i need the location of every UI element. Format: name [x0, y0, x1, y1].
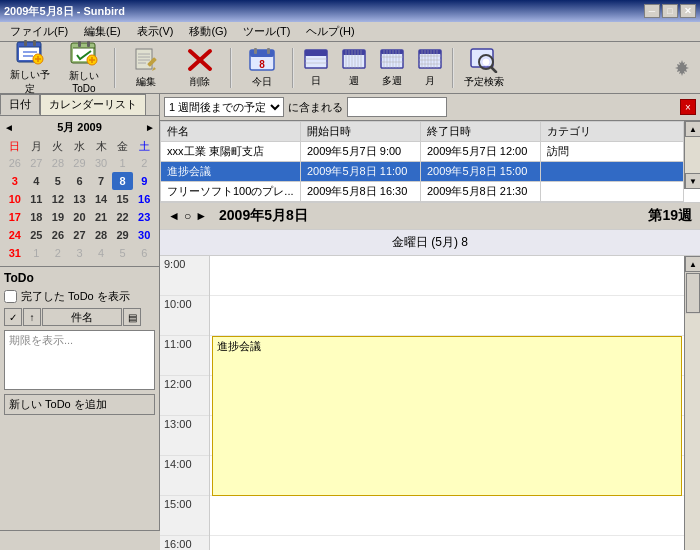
- today-button[interactable]: 8 今日: [236, 45, 288, 91]
- delete-button[interactable]: 削除: [174, 45, 226, 91]
- cal-day[interactable]: 4: [26, 172, 48, 190]
- col-category: カテゴリ: [541, 122, 684, 142]
- cal-day[interactable]: 6: [133, 244, 155, 262]
- svg-marker-24: [152, 67, 156, 71]
- cal-next-button[interactable]: ►: [145, 122, 155, 133]
- scroll-up-button[interactable]: ▲: [685, 121, 700, 137]
- cal-day[interactable]: 15: [112, 190, 134, 208]
- cal-day[interactable]: 2: [47, 244, 69, 262]
- cal-day[interactable]: 28: [90, 226, 112, 244]
- cal-day[interactable]: 1: [112, 154, 134, 172]
- events-column[interactable]: 進捗会議 フリーソフト100のプレゼン: [210, 256, 684, 550]
- month-view-button[interactable]: 月: [412, 45, 448, 91]
- cal-day[interactable]: 13: [69, 190, 91, 208]
- cal-day[interactable]: 9: [133, 172, 155, 190]
- cal-day[interactable]: 3: [69, 244, 91, 262]
- tab-date[interactable]: 日付: [0, 94, 40, 115]
- svg-rect-14: [87, 41, 90, 47]
- cal-day[interactable]: 16: [133, 190, 155, 208]
- cal-day[interactable]: 25: [26, 226, 48, 244]
- cal-day[interactable]: 27: [26, 154, 48, 172]
- cal-day[interactable]: 18: [26, 208, 48, 226]
- todo-check-button[interactable]: ✓: [4, 308, 22, 326]
- cal-day[interactable]: 19: [47, 208, 69, 226]
- week-view-button[interactable]: 週: [336, 45, 372, 91]
- cal-header: ◄ 5月 2009 ►: [4, 120, 155, 135]
- cal-day[interactable]: 1: [26, 244, 48, 262]
- add-todo-button[interactable]: 新しい ToDo を追加: [4, 394, 155, 415]
- show-completed-checkbox[interactable]: [4, 290, 17, 303]
- cal-day[interactable]: 2: [133, 154, 155, 172]
- scroll-down-button[interactable]: ▼: [685, 173, 700, 189]
- cal-day[interactable]: 30: [133, 226, 155, 244]
- search-button[interactable]: 予定検索: [458, 45, 510, 91]
- new-todo-button[interactable]: 新しい ToDo: [58, 45, 110, 91]
- cal-day[interactable]: 26: [4, 154, 26, 172]
- todo-item[interactable]: 期限を表示...: [5, 331, 154, 350]
- cal-prev-button[interactable]: ◄: [4, 122, 14, 133]
- event-category: [541, 182, 684, 202]
- svg-rect-30: [267, 48, 270, 54]
- cal-day[interactable]: 30: [90, 154, 112, 172]
- day-view-button[interactable]: 日: [298, 45, 334, 91]
- cal-day[interactable]: 28: [47, 154, 69, 172]
- close-button[interactable]: ✕: [680, 4, 696, 18]
- filter-close-button[interactable]: ×: [680, 99, 696, 115]
- minimize-button[interactable]: ─: [644, 4, 660, 18]
- maximize-button[interactable]: □: [662, 4, 678, 18]
- cal-day[interactable]: 5: [112, 244, 134, 262]
- cal-day[interactable]: 12: [47, 190, 69, 208]
- tab-calendar-list[interactable]: カレンダーリスト: [40, 94, 146, 115]
- menu-edit[interactable]: 編集(E): [78, 22, 127, 41]
- cal-day[interactable]: 4: [90, 244, 112, 262]
- cal-day[interactable]: 6: [69, 172, 91, 190]
- day-home-button[interactable]: ○: [184, 209, 191, 223]
- new-event-button[interactable]: 新しい予定: [4, 45, 56, 91]
- todo-up-button[interactable]: ↑: [23, 308, 41, 326]
- event-list: 件名 開始日時 終了日時 カテゴリ xxx工業 東陽町支店 2009年5月7日 …: [160, 121, 684, 202]
- today-icon: 8: [246, 47, 278, 73]
- cal-day[interactable]: 11: [26, 190, 48, 208]
- menu-tools[interactable]: ツール(T): [237, 22, 296, 41]
- time-slot-15: 15:00: [160, 496, 209, 536]
- menu-file[interactable]: ファイル(F): [4, 22, 74, 41]
- cal-day[interactable]: 31: [4, 244, 26, 262]
- todo-col-icon[interactable]: ▤: [123, 308, 141, 326]
- cal-day[interactable]: 20: [69, 208, 91, 226]
- event-block-shinchou[interactable]: 進捗会議: [212, 336, 682, 496]
- event-row[interactable]: フリーソフト100のプレ... 2009年5月8日 16:30 2009年5月8…: [161, 182, 684, 202]
- cal-day[interactable]: 14: [90, 190, 112, 208]
- cal-day[interactable]: 3: [4, 172, 26, 190]
- day-next-button[interactable]: ►: [195, 209, 207, 223]
- scroll-thumb[interactable]: [686, 273, 700, 313]
- cal-day[interactable]: 5: [47, 172, 69, 190]
- cal-day-today[interactable]: 8: [112, 172, 134, 190]
- menu-help[interactable]: ヘルプ(H): [300, 22, 360, 41]
- cal-day[interactable]: 29: [112, 226, 134, 244]
- event-row-selected[interactable]: 進捗会議 2009年5月8日 11:00 2009年5月8日 15:00: [161, 162, 684, 182]
- cal-day[interactable]: 23: [133, 208, 155, 226]
- cal-day[interactable]: 27: [69, 226, 91, 244]
- cal-day[interactable]: 29: [69, 154, 91, 172]
- event-start: 2009年5月8日 11:00: [301, 162, 421, 182]
- menu-view[interactable]: 表示(V): [131, 22, 180, 41]
- cal-day[interactable]: 24: [4, 226, 26, 244]
- cal-day[interactable]: 7: [90, 172, 112, 190]
- cal-day[interactable]: 22: [112, 208, 134, 226]
- scroll-up-day[interactable]: ▲: [685, 256, 700, 272]
- cal-day[interactable]: 17: [4, 208, 26, 226]
- cal-day[interactable]: 21: [90, 208, 112, 226]
- edit-button[interactable]: 編集: [120, 45, 172, 91]
- svg-rect-45: [381, 50, 403, 54]
- menu-go[interactable]: 移動(G): [183, 22, 233, 41]
- gear-button[interactable]: [668, 45, 696, 91]
- cal-day[interactable]: 26: [47, 226, 69, 244]
- svg-text:8: 8: [259, 59, 265, 70]
- event-row[interactable]: xxx工業 東陽町支店 2009年5月7日 9:00 2009年5月7日 12:…: [161, 142, 684, 162]
- day-prev-button[interactable]: ◄: [168, 209, 180, 223]
- filter-input[interactable]: [347, 97, 447, 117]
- filter-select[interactable]: 1 週間後までの予定: [164, 97, 284, 117]
- time-slot-14: 14:00: [160, 456, 209, 496]
- cal-day[interactable]: 10: [4, 190, 26, 208]
- multiweek-view-button[interactable]: 多週: [374, 45, 410, 91]
